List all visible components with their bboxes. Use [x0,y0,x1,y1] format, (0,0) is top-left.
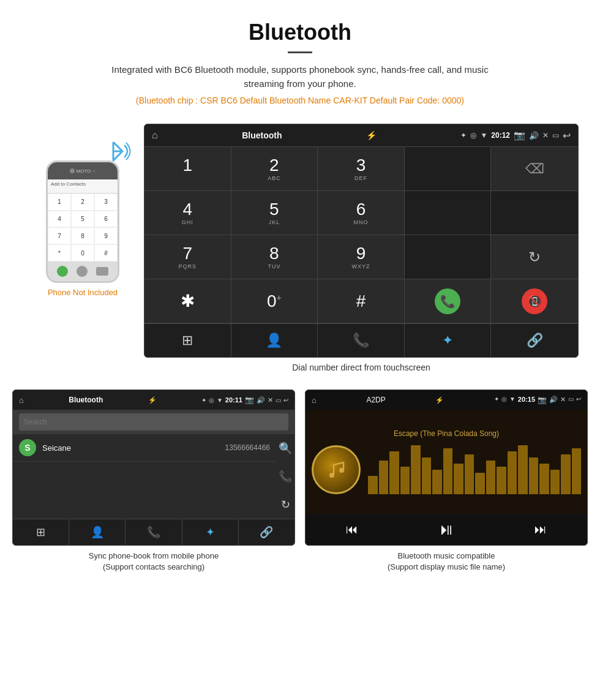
music-back-icon[interactable]: ↩ [576,396,581,404]
status-icons: ✦ ◎ ▼ 20:12 📷 🔊 ✕ ▭ ↩ [460,130,571,141]
dial-key-0[interactable]: 0+ [231,279,318,323]
phone-back-button[interactable] [96,267,108,276]
pb-usb-icon: ⚡ [148,396,157,404]
dial-key-star[interactable]: ✱ [144,279,231,323]
phone-body: MOTO Add to Contacts 1 2 3 4 5 6 7 8 [46,160,119,283]
dial-key-3[interactable]: 3 DEF [318,147,405,191]
phone-key-8[interactable]: 8 [71,227,94,244]
dial-key-5[interactable]: 5 JKL [231,191,318,235]
pb-back-icon[interactable]: ↩ [283,397,288,404]
pb-home-icon[interactable]: ⌂ [19,396,24,405]
pb-vol-icon[interactable]: 🔊 [257,396,265,404]
phone-call-button[interactable] [57,266,68,277]
phone-key-0[interactable]: 0 [71,244,94,262]
dial-status-bar: ⌂ Bluetooth ⚡ ✦ ◎ ▼ 20:12 📷 🔊 ✕ ▭ ↩ [144,124,578,146]
pb-win-icon[interactable]: ▭ [276,397,281,404]
phone-key-7[interactable]: 7 [48,227,71,244]
location-icon: ◎ [470,131,476,140]
dial-nav-link[interactable]: 🔗 [491,324,578,357]
back-icon[interactable]: ↩ [563,130,571,141]
phone-key-5[interactable]: 5 [71,211,94,228]
phone-key-hash[interactable]: # [94,244,118,262]
music-vol-icon[interactable]: 🔊 [549,396,558,404]
dial-end-call-button[interactable]: 📵 [491,279,578,323]
pb-content-wrapper: S Seicane 13566664466 🔍 📞 ↻ [13,434,294,519]
phone-key-9[interactable]: 9 [94,227,118,244]
dial-empty-r3c4 [405,235,492,279]
music-close-icon[interactable]: ✕ [560,396,566,404]
dial-display-area [405,147,492,191]
music-caption: Bluetooth music compatible (Support disp… [305,551,588,573]
pb-contact-row[interactable]: S Seicane 13566664466 [13,434,276,462]
dial-screen: ⌂ Bluetooth ⚡ ✦ ◎ ▼ 20:12 📷 🔊 ✕ ▭ ↩ [144,124,579,358]
pb-close-icon[interactable]: ✕ [268,396,273,404]
pb-nav-grid[interactable]: ⊞ [13,519,69,545]
header-divider [288,51,312,53]
svg-point-2 [339,468,344,473]
dial-nav-phone[interactable]: 📞 [318,324,405,357]
pb-search-input[interactable] [19,413,288,431]
pb-refresh-icon[interactable]: ↻ [279,495,293,514]
pb-nav-contacts-active[interactable]: 👤 [69,519,126,545]
phone-home-button[interactable] [77,266,88,277]
music-prev-button[interactable]: ⏮ [346,522,358,536]
pb-caption: Sync phone-book from mobile phone (Suppo… [12,551,295,573]
dial-nav-grid[interactable]: ⊞ [144,324,231,357]
pb-search-icon[interactable]: 🔍 [276,439,294,457]
pb-camera-icon[interactable]: 📷 [245,396,254,404]
dial-call-button[interactable]: 📞 [405,279,492,323]
signal-icon: ▼ [480,131,487,140]
music-next-button[interactable]: ⏭ [534,522,547,536]
pb-caption-line2: (Support contacts searching) [103,562,204,571]
pb-nav-phone2[interactable]: 📞 [126,519,182,545]
phone-brand-label: MOTO [77,168,91,174]
dial-key-8[interactable]: 8 TUV [231,235,318,279]
main-section: MOTO Add to Contacts 1 2 3 4 5 6 7 8 [0,124,600,383]
phone-key-6[interactable]: 6 [94,211,118,228]
pb-nav-link2[interactable]: 🔗 [239,519,294,545]
dial-nav-bluetooth[interactable]: ✦ [405,324,492,357]
phone-not-included-label: Phone Not Included [48,288,118,297]
pb-status-icons: ✦ ◎ ▼ 20:11 📷 🔊 ✕ ▭ ↩ [201,396,288,404]
phone-key-1[interactable]: 1 [48,194,71,211]
music-camera-icon[interactable]: 📷 [538,396,547,404]
camera-icon[interactable]: 📷 [514,130,525,141]
phone-wrapper: MOTO Add to Contacts 1 2 3 4 5 6 7 8 [46,160,119,283]
music-win-icon[interactable]: ▭ [568,396,574,404]
dial-key-6[interactable]: 6 MNO [318,191,405,235]
music-title: A2DP [366,396,385,404]
svg-point-1 [329,473,334,478]
pb-nav-bluetooth2[interactable]: ✦ [182,519,239,545]
dial-key-hash[interactable]: # [318,279,405,323]
status-time: 20:12 [491,131,510,140]
dial-key-1[interactable]: 1 . [144,147,231,191]
dial-key-2[interactable]: 2 ABC [231,147,318,191]
dial-key-9[interactable]: 9 WXYZ [318,235,405,279]
close-icon[interactable]: ✕ [542,131,549,140]
music-center [312,445,581,494]
dial-nav-row: ⊞ 👤 📞 ✦ 🔗 [144,323,578,357]
phone-key-4[interactable]: 4 [48,211,71,228]
dial-key-4[interactable]: 4 GHI [144,191,231,235]
dial-backspace-button[interactable]: ⌫ [491,147,578,191]
home-icon[interactable]: ⌂ [152,130,158,141]
dial-reload-button[interactable]: ↻ [491,235,578,279]
pb-avatar: S [19,439,36,456]
header-specs: (Bluetooth chip : CSR BC6 Default Blueto… [12,96,588,105]
music-controls: ⏮ ⏯ ⏭ [306,514,587,545]
dial-empty-r2c4 [405,191,492,235]
pb-call-icon[interactable]: 📞 [276,467,294,486]
music-signal-icon: ▼ [509,396,516,404]
dial-nav-contacts[interactable]: 👤 [231,324,318,357]
phone-key-3[interactable]: 3 [94,194,118,211]
music-loc-icon: ◎ [501,396,507,404]
dial-key-7[interactable]: 7 PQRS [144,235,231,279]
volume-icon[interactable]: 🔊 [529,131,539,140]
music-play-button[interactable]: ⏯ [438,520,454,539]
page-header: Bluetooth Integrated with BC6 Bluetooth … [0,0,600,124]
pb-status-bar: ⌂ Bluetooth ⚡ ✦ ◎ ▼ 20:11 📷 🔊 ✕ ▭ ↩ [13,390,294,410]
phone-key-star[interactable]: * [48,244,71,262]
window-icon[interactable]: ▭ [552,131,559,140]
music-home-icon[interactable]: ⌂ [312,396,317,405]
phone-key-2[interactable]: 2 [71,194,94,211]
